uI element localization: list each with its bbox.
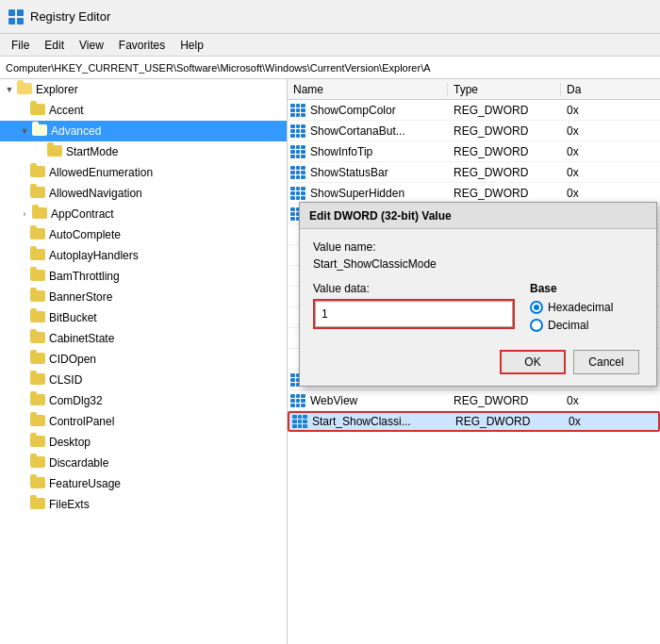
table-row[interactable]: ShowInfoTip REG_DWORD 0x [288, 141, 660, 162]
tree-item-clsid[interactable]: CLSID [0, 370, 287, 390]
folder-icon-featureusage [30, 477, 45, 490]
tree-label-bannerstore: BannerStore [49, 290, 112, 304]
table-row[interactable]: ShowStatusBar REG_DWORD 0x [288, 162, 660, 183]
chevron-controlpanel [17, 414, 30, 429]
tree-item-advanced[interactable]: ▼ Advanced [0, 121, 287, 141]
tree-item-controlpanel[interactable]: ControlPanel [0, 411, 287, 432]
address-path: Computer\HKEY_CURRENT_USER\Software\Micr… [6, 62, 431, 74]
folder-icon-clsid [30, 373, 45, 387]
tree-label-appcontract: AppContract [51, 207, 114, 221]
table-row[interactable]: ShowCortanaBut... REG_DWORD 0x [288, 121, 660, 141]
tree-label-accent: Accent [49, 104, 84, 117]
folder-icon-controlpanel [30, 415, 45, 428]
radio-hexadecimal[interactable]: Hexadecimal [530, 301, 643, 314]
menu-help[interactable]: Help [173, 37, 211, 54]
chevron-explorer: ▼ [2, 82, 17, 97]
tree-item-autocomplete[interactable]: AutoComplete [0, 224, 287, 245]
tree-panel[interactable]: ▼ Explorer Accent ▼ Advanced StartMode A… [0, 79, 288, 644]
folder-icon-allowedenum [30, 166, 45, 179]
app-title: Registry Editor [30, 9, 110, 24]
value-data-label: Value data: [313, 282, 515, 295]
base-label: Base [530, 282, 643, 295]
header-name: Name [288, 83, 448, 96]
value-name-value: Start_ShowClassicMode [313, 257, 643, 271]
dword-icon-0 [289, 103, 306, 118]
cell-name-webview: WebView [288, 393, 448, 408]
tree-item-autoplay[interactable]: AutoplayHandlers [0, 245, 287, 266]
chevron-startmode [34, 144, 47, 159]
tree-label-explorer: Explorer [36, 83, 78, 96]
tree-item-desktop[interactable]: Desktop [0, 432, 287, 453]
address-bar: Computer\HKEY_CURRENT_USER\Software\Micr… [0, 57, 660, 79]
chevron-allowedenum [17, 165, 30, 180]
chevron-allowednav [17, 186, 30, 201]
tree-item-bitbucket[interactable]: BitBucket [0, 307, 287, 328]
title-bar: Registry Editor [0, 0, 660, 34]
folder-icon-accent [30, 104, 45, 117]
tree-item-startmode[interactable]: StartMode [0, 141, 287, 162]
dword-icon-startshow [291, 414, 308, 429]
cell-data-0: 0x [561, 104, 660, 117]
chevron-comdlg32 [17, 393, 30, 408]
cell-data-startshow: 0x [563, 415, 658, 428]
dialog-input-row: Value data: Base Hexadecimal [313, 282, 643, 337]
menu-edit[interactable]: Edit [37, 37, 72, 54]
radio-hex-circle [530, 301, 543, 314]
menu-view[interactable]: View [72, 37, 111, 54]
table-row[interactable]: ShowCompColor REG_DWORD 0x [288, 100, 660, 121]
chevron-featureusage [17, 476, 30, 491]
cell-name-4: ShowSuperHidden [288, 186, 448, 201]
menu-favorites[interactable]: Favorites [111, 37, 173, 54]
radio-decimal[interactable]: Decimal [530, 319, 643, 332]
tree-label-clsid: CLSID [49, 373, 82, 387]
tree-item-cidopen[interactable]: CIDOpen [0, 349, 287, 370]
folder-icon-autoplay [30, 249, 45, 262]
cell-type-0: REG_DWORD [448, 104, 561, 117]
cell-name-2: ShowInfoTip [288, 144, 448, 159]
value-data-input[interactable] [315, 301, 513, 327]
header-data: Da [561, 83, 660, 96]
tree-item-bannerstore[interactable]: BannerStore [0, 287, 287, 307]
chevron-bannerstore [17, 289, 30, 305]
chevron-advanced: ▼ [17, 124, 32, 139]
tree-item-accent[interactable]: Accent [0, 100, 287, 121]
dialog-buttons: OK Cancel [313, 350, 643, 374]
radio-hex-label: Hexadecimal [548, 301, 613, 314]
table-row-startshow[interactable]: Start_ShowClassi... REG_DWORD 0x [288, 411, 660, 432]
chevron-accent [17, 103, 30, 118]
tree-label-cabinetstate: CabinetState [49, 332, 114, 345]
cell-type-4: REG_DWORD [448, 187, 561, 200]
tree-item-allowednav[interactable]: AllowedNavigation [0, 183, 287, 204]
chevron-bitbucket [17, 310, 30, 325]
tree-item-featureusage[interactable]: FeatureUsage [0, 473, 287, 494]
tree-item-fileexts[interactable]: FileExts [0, 494, 287, 515]
tree-item-explorer[interactable]: ▼ Explorer [0, 79, 287, 100]
cancel-button[interactable]: Cancel [573, 350, 639, 374]
tree-item-appcontract[interactable]: › AppContract [0, 204, 287, 224]
cell-name-3: ShowStatusBar [288, 165, 448, 180]
table-row[interactable]: ShowSuperHidden REG_DWORD 0x [288, 183, 660, 204]
dword-icon-1 [289, 124, 306, 139]
tree-item-comdlg32[interactable]: ComDlg32 [0, 390, 287, 411]
folder-icon-fileexts [30, 498, 45, 511]
tree-label-featureusage: FeatureUsage [49, 477, 121, 490]
base-group: Base Hexadecimal Decimal [530, 282, 643, 337]
tree-item-cabinetstate[interactable]: CabinetState [0, 328, 287, 349]
value-name-label: Value name: [313, 240, 643, 254]
ok-button[interactable]: OK [500, 350, 566, 374]
dialog-title: Edit DWORD (32-bit) Value [309, 209, 452, 223]
dword-icon-3 [289, 165, 306, 180]
menu-file[interactable]: File [4, 37, 37, 54]
cell-type-3: REG_DWORD [448, 166, 561, 179]
cell-data-3: 0x [561, 166, 660, 179]
dialog-left: Value data: [313, 282, 515, 329]
cell-data-4: 0x [561, 187, 660, 200]
tree-item-allowedenum[interactable]: AllowedEnumeration [0, 162, 287, 183]
folder-icon-appcontract [32, 207, 47, 221]
table-row-webview[interactable]: WebView REG_DWORD 0x [288, 390, 660, 411]
folder-icon-autocomplete [30, 228, 45, 241]
tree-item-discardable[interactable]: Discardable [0, 453, 287, 473]
tree-item-bamthrottle[interactable]: BamThrottling [0, 266, 287, 287]
folder-icon-discardable [30, 456, 45, 470]
tree-label-startmode: StartMode [66, 145, 118, 158]
